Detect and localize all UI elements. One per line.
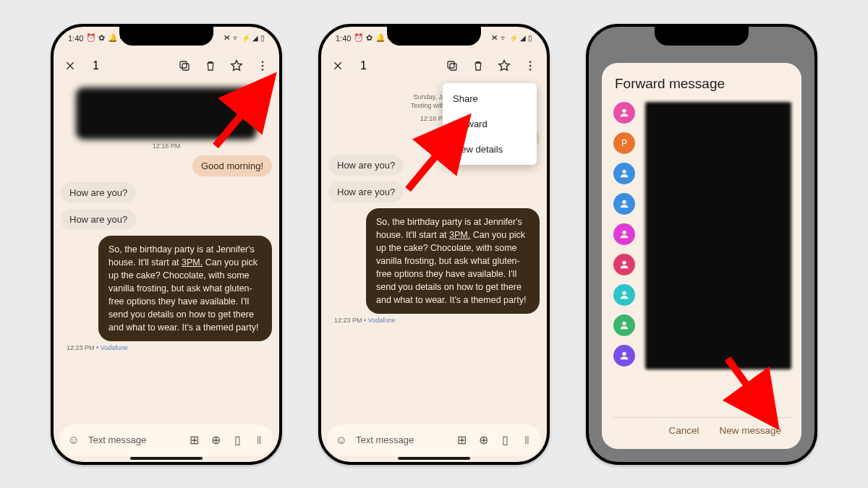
- power-button: [281, 150, 282, 197]
- phone-step-1: 1:40 ⏰ ✿ 🔔 • ✕ ᯤ ⚡ ◢ ▯ 1: [51, 24, 282, 465]
- svg-rect-7: [448, 61, 454, 68]
- copy-icon[interactable]: [444, 58, 460, 74]
- selected-message[interactable]: So, the birthday party is at Jennifer's …: [98, 236, 272, 342]
- dialog-actions: Cancel New message: [612, 417, 791, 440]
- sim-icon[interactable]: ▯: [230, 433, 244, 448]
- power-button: [549, 150, 550, 197]
- outgoing-message[interactable]: Good morning!: [192, 155, 272, 176]
- svg-rect-1: [180, 61, 187, 68]
- volume-down: [318, 168, 319, 200]
- svg-point-19: [622, 351, 626, 355]
- svg-point-12: [622, 108, 626, 112]
- contact-avatar[interactable]: [613, 345, 635, 367]
- contact-avatar[interactable]: [613, 163, 635, 184]
- contact-avatar[interactable]: [613, 223, 635, 245]
- svg-point-9: [529, 64, 532, 67]
- contact-avatar[interactable]: [613, 193, 635, 215]
- star-icon[interactable]: [229, 58, 244, 74]
- copy-icon[interactable]: [176, 58, 192, 74]
- gallery-icon[interactable]: ⊞: [454, 433, 469, 448]
- svg-point-16: [622, 260, 626, 264]
- more-icon[interactable]: [255, 58, 271, 74]
- message-meta: 12:23 PM • Vodafone: [67, 344, 272, 351]
- voice-icon[interactable]: ⦀: [519, 433, 534, 448]
- svg-point-17: [622, 291, 626, 294]
- menu-view-details[interactable]: View details: [443, 137, 537, 162]
- redacted-contacts: [645, 102, 791, 369]
- selection-toolbar: 1: [54, 50, 279, 82]
- selected-message[interactable]: So, the birthday party is at Jennifer's …: [366, 208, 540, 314]
- svg-rect-6: [450, 64, 456, 70]
- status-right-icons: ✕ ᯤ ⚡ ◢ ▯: [224, 34, 265, 42]
- phone-notch: [387, 27, 481, 46]
- chat-area: 12:16 PM Good morning! How are you? How …: [54, 83, 279, 420]
- selection-count: 1: [360, 59, 434, 72]
- more-icon[interactable]: [522, 58, 538, 74]
- selection-count: 1: [93, 59, 166, 72]
- svg-point-18: [622, 321, 626, 325]
- volume-down: [51, 168, 51, 200]
- phone-step-3: Forward message P Cancel New message: [586, 24, 817, 465]
- contact-avatar[interactable]: [613, 314, 635, 336]
- delete-icon[interactable]: [470, 58, 486, 74]
- overflow-menu: Share Forward View details: [443, 83, 537, 165]
- contact-avatar[interactable]: [613, 254, 635, 275]
- composer-placeholder[interactable]: Text message: [88, 435, 179, 445]
- power-button: [817, 150, 817, 197]
- star-icon[interactable]: [496, 58, 512, 74]
- voice-icon[interactable]: ⦀: [252, 433, 266, 448]
- incoming-message[interactable]: How are you?: [328, 155, 404, 176]
- incoming-message[interactable]: How are you?: [61, 209, 136, 230]
- svg-rect-0: [182, 64, 189, 70]
- phone-notch: [655, 27, 749, 46]
- volume-up: [318, 128, 319, 160]
- add-icon[interactable]: ⊕: [208, 433, 223, 448]
- forward-dialog: Forward message P Cancel New message: [602, 63, 801, 449]
- message-meta: 12:23 PM • Vodafone: [334, 317, 540, 324]
- tutorial-stage: 1:40 ⏰ ✿ 🔔 • ✕ ᯤ ⚡ ◢ ▯ 1: [0, 0, 868, 488]
- home-indicator[interactable]: [398, 457, 470, 460]
- status-left-icons: ⏰ ✿ 🔔 •: [354, 33, 390, 43]
- emoji-icon[interactable]: ☺: [67, 433, 81, 448]
- timestamp: 12:16 PM: [61, 142, 272, 150]
- svg-point-3: [262, 64, 264, 67]
- sim-icon[interactable]: ▯: [498, 433, 512, 448]
- status-left-icons: ⏰ ✿ 🔔 •: [86, 33, 122, 43]
- svg-point-4: [262, 68, 264, 70]
- volume-up: [51, 128, 51, 160]
- cancel-button[interactable]: Cancel: [668, 425, 699, 436]
- new-message-button[interactable]: New message: [719, 425, 781, 436]
- svg-point-8: [529, 61, 532, 63]
- svg-point-15: [622, 230, 626, 234]
- status-time: 1:40: [336, 34, 351, 43]
- menu-forward[interactable]: Forward: [443, 111, 537, 137]
- emoji-icon[interactable]: ☺: [334, 433, 349, 448]
- volume-down: [586, 168, 587, 200]
- contact-avatar[interactable]: [613, 102, 635, 124]
- redacted-block: [76, 87, 257, 140]
- svg-point-10: [529, 68, 532, 70]
- incoming-message[interactable]: How are you?: [61, 182, 136, 203]
- message-composer[interactable]: ☺ Text message ⊞ ⊕ ▯ ⦀: [59, 424, 273, 456]
- composer-placeholder[interactable]: Text message: [356, 435, 447, 445]
- contact-avatar[interactable]: P: [613, 132, 635, 154]
- message-composer[interactable]: ☺ Text message ⊞ ⊕ ▯ ⦀: [327, 424, 541, 456]
- add-icon[interactable]: ⊕: [476, 433, 490, 448]
- contact-list[interactable]: P: [612, 102, 791, 417]
- delete-icon[interactable]: [203, 58, 218, 74]
- phone-step-2: 1:40 ⏰ ✿ 🔔 • ✕ ᯤ ⚡ ◢ ▯ 1: [318, 24, 550, 465]
- selection-toolbar: 1: [321, 50, 547, 82]
- contact-avatar[interactable]: [613, 284, 635, 306]
- home-indicator[interactable]: [130, 457, 203, 460]
- volume-up: [586, 128, 587, 160]
- gallery-icon[interactable]: ⊞: [187, 433, 201, 448]
- status-time: 1:40: [68, 34, 83, 43]
- close-icon[interactable]: [330, 58, 346, 74]
- incoming-message[interactable]: How are you?: [328, 181, 404, 202]
- svg-point-13: [622, 169, 626, 173]
- dialog-title: Forward message: [615, 76, 791, 92]
- svg-point-2: [262, 61, 264, 63]
- status-right-icons: ✕ ᯤ ⚡ ◢ ▯: [491, 34, 532, 42]
- menu-share[interactable]: Share: [443, 86, 537, 111]
- close-icon[interactable]: [62, 58, 78, 74]
